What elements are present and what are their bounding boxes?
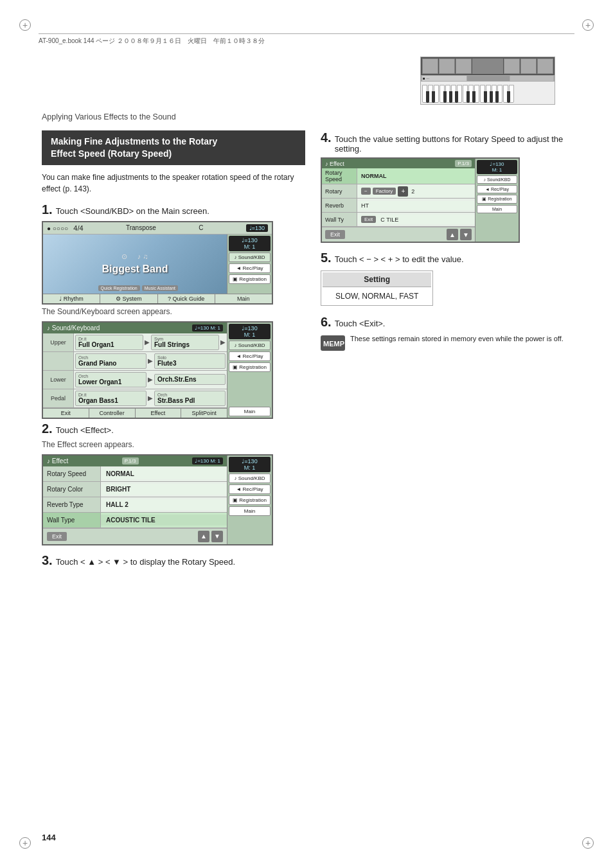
- step-6-label: 6. Touch <Exit>.: [321, 315, 571, 330]
- recplay-small[interactable]: ◄ Rec/Play: [477, 185, 517, 193]
- header-bar: AT-900_e.book 144 ページ ２００８年９月１６日 火曜日 午前１…: [39, 33, 574, 46]
- registration-small[interactable]: ▣ Registration: [477, 195, 517, 204]
- eff-small-screen: ♪ Effect P.1/3 Rotary Speed NORMAL Rotar…: [321, 157, 520, 243]
- step-1-label: 1. Touch <Sound/KBD> on the Main screen.: [42, 202, 305, 217]
- body-text: You can make fine adjustments to the spe…: [42, 172, 305, 195]
- main-btn-eff[interactable]: Main: [229, 506, 271, 516]
- down-arrow-btn[interactable]: ▼: [211, 531, 223, 542]
- step-2-sub: The Effect screen appears.: [42, 440, 305, 449]
- keyboard-image: ■ ···: [420, 57, 555, 105]
- soundkbd-small[interactable]: ♪ Sound/KBD: [477, 175, 517, 184]
- registration-btn-eff[interactable]: ▣ Registration: [229, 495, 271, 505]
- svg-text:MEMP: MEMP: [323, 340, 344, 348]
- header-text: AT-900_e.book 144 ページ ２００８年９月１６日 火曜日 午前１…: [39, 37, 265, 44]
- memp-icon: MEMP: [321, 335, 345, 351]
- step-4-label: 4. Touch the value setting buttons for R…: [321, 130, 571, 154]
- up-small[interactable]: ▲: [447, 229, 458, 240]
- soundkbd-btn[interactable]: ♪ Sound/KBD: [229, 252, 271, 262]
- main-screen: ● ○○○○ 4/4 Transpose C ♩=130 ⊙ ♪ ♫ Bigge…: [42, 221, 273, 305]
- corner-mark-tr: [582, 19, 594, 31]
- eff-screen: ♪ Effect P.1/3 ♩=130 M: 1 Rotary Speed N…: [42, 454, 273, 545]
- effect-btn[interactable]: Effect: [136, 409, 182, 418]
- system-btn[interactable]: ⚙ System: [100, 294, 157, 303]
- minus-btn[interactable]: −: [361, 188, 371, 195]
- memp-note: MEMP These settings remain stored in mem…: [321, 333, 571, 353]
- sk-screen: ♪ Sound/Keyboard ♩=130 M: 1 Upper Dr.it …: [42, 321, 273, 419]
- registration-btn-sk[interactable]: ▣ Registration: [229, 362, 271, 372]
- registration-btn[interactable]: ▣ Registration: [229, 274, 271, 284]
- main-btn-1[interactable]: Main: [215, 294, 272, 303]
- exit-btn-rot[interactable]: Exit: [361, 216, 376, 223]
- exit-btn-eff[interactable]: Exit: [47, 532, 67, 541]
- soundkbd-btn-sk[interactable]: ♪ Sound/KBD: [229, 341, 271, 350]
- section-title: Applying Various Effects to the Sound: [42, 112, 571, 121]
- exit-btn-sk[interactable]: Exit: [43, 409, 89, 418]
- corner-mark-bl: [19, 837, 31, 849]
- corner-mark-br: [582, 837, 594, 849]
- main-btn-sk[interactable]: Main: [229, 407, 271, 416]
- recplay-btn-eff[interactable]: ◄ Rec/Play: [229, 484, 271, 494]
- recplay-btn[interactable]: ◄ Rec/Play: [229, 263, 271, 273]
- step-1-sub: The Sound/Keyboard screen appears.: [42, 307, 305, 316]
- right-column: 4. Touch the value setting buttons for R…: [321, 130, 571, 572]
- step-2-label: 2. Touch <Effect>.: [42, 421, 305, 436]
- soundkbd-btn-eff[interactable]: ♪ Sound/KBD: [229, 474, 271, 483]
- rhythm-btn[interactable]: ♩ Rhythm: [43, 294, 100, 303]
- plus-btn[interactable]: +: [398, 186, 408, 197]
- up-arrow-btn[interactable]: ▲: [198, 531, 209, 542]
- splitpoint-btn[interactable]: SplitPoint: [181, 409, 227, 418]
- down-small[interactable]: ▼: [460, 229, 472, 240]
- left-column: Making Fine Adjustments to the Rotary Ef…: [42, 130, 305, 572]
- quickguide-btn[interactable]: ? Quick Guide: [158, 294, 215, 303]
- factory-btn[interactable]: Factory: [373, 188, 396, 195]
- step-3-label: 3. Touch < ▲ > < ▼ > to display the Rota…: [42, 553, 305, 568]
- page-number: 144: [42, 833, 56, 842]
- recplay-btn-sk[interactable]: ◄ Rec/Play: [229, 351, 271, 361]
- controller-btn[interactable]: Controller: [89, 409, 136, 418]
- step-5-label: 5. Touch < − > < + > to edit the value.: [321, 251, 571, 265]
- corner-mark-tl: [19, 19, 31, 31]
- setting-table: Setting SLOW, NORMAL, FAST: [321, 270, 433, 306]
- exit-btn-small[interactable]: Exit: [325, 230, 345, 239]
- box-title: Making Fine Adjustments to the Rotary Ef…: [42, 130, 305, 165]
- main-small[interactable]: Main: [477, 205, 517, 213]
